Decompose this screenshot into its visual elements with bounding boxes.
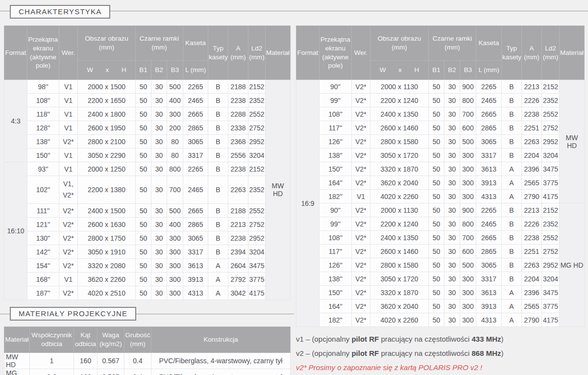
table-cell: 2800 x 1750 — [78, 231, 136, 245]
table-cell: 138'' — [319, 272, 352, 286]
table-cell: 500 — [167, 204, 183, 218]
table-row: 128''V12600 x 195050302002865B23382752 — [4, 121, 291, 135]
col-header-konstrukcja: Konstrukcja — [151, 327, 291, 353]
table-row: 126''V2*2800 x 158050305003065B22632952 — [296, 258, 585, 272]
table-cell: PVC/Fiberglass, 4-warstwowy, czarny tył — [151, 369, 291, 375]
table-cell: V2* — [352, 258, 370, 272]
table-row: 138''V2*2800 x 21005030803065B23682952 — [4, 135, 291, 149]
note-v2: v2 – (opcjonalny pilot RF pracujący na c… — [296, 349, 588, 358]
table-cell: 900 — [460, 80, 476, 94]
table-cell: 2665 — [476, 107, 502, 121]
table-cell: 2800 x 1580 — [370, 135, 429, 149]
table-cell: 300 — [167, 107, 183, 121]
table-cell: 30 — [444, 272, 460, 286]
table-cell: 3050 x 1720 — [370, 149, 429, 162]
col-header-format: Format — [296, 26, 319, 80]
table-cell: 30 — [444, 176, 460, 190]
table-cell: 30 — [151, 149, 167, 162]
table-cell: 0.8 — [30, 369, 74, 375]
table-cell: 2790 — [522, 313, 542, 327]
table-cell: 2200 x 1380 — [78, 176, 136, 204]
table-cell: 2000 x 1500 — [78, 80, 136, 94]
table-cell: 2600 x 1630 — [78, 218, 136, 231]
table-cell: 2552 — [248, 204, 266, 218]
table-cell: 2265 — [183, 80, 208, 94]
table-cell: 108'' — [319, 231, 352, 245]
table-row: 4:398''V12000 x 150050305002265B21882152… — [4, 80, 291, 94]
table-cell: 2265 — [476, 203, 502, 217]
table-cell: 30 — [151, 245, 167, 259]
table-cell: 2552 — [248, 107, 266, 121]
table-cell: 108'' — [27, 94, 59, 107]
table-row: 121''V2*2600 x 163050304002865B22132752 — [4, 218, 291, 231]
table-cell: B — [502, 149, 522, 162]
table-cell: 30 — [444, 135, 460, 149]
table-cell: 50 — [429, 94, 444, 107]
table-cell: 30 — [444, 258, 460, 272]
table-cell: 3613 — [183, 259, 208, 273]
table-cell: V2* — [59, 245, 78, 259]
table-cell: 30 — [444, 107, 460, 121]
table-cell: 50 — [429, 313, 444, 327]
table-cell: B — [502, 107, 522, 121]
col-header-wspolczynnik: Współczynnik odbicia — [30, 327, 74, 353]
subheader-wxh: W x H — [78, 61, 136, 80]
subheader-l-mm: L (mm) — [183, 61, 208, 80]
table-cell: 98'' — [27, 80, 59, 94]
table-cell: 30 — [151, 273, 167, 286]
table-cell: A — [502, 286, 522, 300]
left-column: Format Przekątna ekranu (aktywne pole) W… — [0, 22, 294, 375]
table-cell: 2600 x 1950 — [78, 121, 136, 135]
table-cell: 3913 — [183, 273, 208, 286]
table-cell: 4020 x 2510 — [78, 286, 136, 300]
table-cell: V2* — [352, 176, 370, 190]
table-cell: 2352 — [542, 94, 560, 107]
table-cell: 2800 x 1580 — [370, 258, 429, 272]
table-cell: V2* — [59, 218, 78, 231]
table-cell: 50 — [136, 245, 151, 259]
table-cell: 2213 — [228, 218, 248, 231]
table-row: 164''V2*3620 x 204050303003913A25653775 — [296, 300, 585, 313]
table-cell: 2152 — [542, 203, 560, 217]
table-cell: 2600 x 1460 — [370, 245, 429, 258]
table-cell: 30 — [444, 245, 460, 258]
table-cell: 142'' — [27, 245, 59, 259]
table-cell: V1 — [59, 162, 78, 176]
table-cell: B — [502, 231, 522, 245]
table-row: 154''V2*3320 x 208050303003613A26043475 — [4, 259, 291, 273]
table-cell: 50 — [429, 121, 444, 135]
table-cell: 2251 — [522, 121, 542, 135]
table-cell: V2* — [352, 135, 370, 149]
table-cell: 154'' — [27, 259, 59, 273]
table-cell: 300 — [167, 273, 183, 286]
col-header-wer: Wer. — [59, 26, 78, 80]
table-cell: MG HD — [560, 203, 585, 327]
table-cell: 50 — [429, 176, 444, 190]
table-cell: B — [208, 218, 228, 231]
table-cell: 50 — [136, 204, 151, 218]
table-cell: 16:10 — [4, 162, 27, 300]
table-cell: 700 — [167, 176, 183, 204]
table-cell: 2565 — [522, 300, 542, 313]
table-cell: 150'' — [319, 162, 352, 176]
table-cell: 800 — [460, 217, 476, 231]
table-cell: B — [502, 121, 522, 135]
table-cell: 4:3 — [4, 80, 27, 162]
table-cell: 3204 — [248, 245, 266, 259]
table-cell: 3613 — [476, 286, 502, 300]
table-cell: 50 — [429, 272, 444, 286]
table-cell: A — [502, 300, 522, 313]
table-cell: 30 — [151, 218, 167, 231]
table-cell: 2752 — [542, 245, 560, 258]
table-cell: 160 — [74, 369, 98, 375]
table-cell: 2213 — [522, 203, 542, 217]
spec-table-header: Format Przekątna ekranu (aktywne pole) W… — [296, 26, 585, 80]
table-cell: 30 — [444, 121, 460, 135]
subheader-b3: B3 — [460, 61, 476, 80]
col-header-wer: Wer. — [352, 26, 370, 80]
subheader-l-mm: L (mm) — [476, 61, 502, 80]
table-cell: 50 — [429, 107, 444, 121]
table-row: 150''V13050 x 22905030803317B25563204 — [4, 149, 291, 162]
table-cell: 2263 — [522, 258, 542, 272]
table-cell: 800 — [460, 94, 476, 107]
